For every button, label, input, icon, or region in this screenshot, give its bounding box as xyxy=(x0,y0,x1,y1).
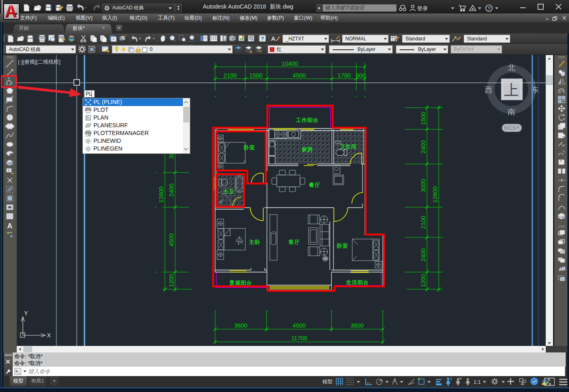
svg-text:南: 南 xyxy=(508,108,516,116)
svg-text:卧室: 卧室 xyxy=(337,243,348,249)
svg-text:A: A xyxy=(559,267,562,272)
svg-text:1500: 1500 xyxy=(420,112,427,125)
svg-text:北: 北 xyxy=(508,63,516,72)
svg-text:1:1: 1:1 xyxy=(473,379,481,385)
svg-text:3600: 3600 xyxy=(234,322,247,329)
svg-text:2400: 2400 xyxy=(168,184,175,197)
svg-text:4500: 4500 xyxy=(293,72,306,79)
svg-text:1200: 1200 xyxy=(420,274,427,287)
svg-text:登录: 登录 xyxy=(417,5,428,11)
svg-text:?: ? xyxy=(488,6,491,11)
svg-text:厨房: 厨房 xyxy=(301,146,313,153)
svg-text:模型: 模型 xyxy=(322,379,333,385)
svg-text:2100: 2100 xyxy=(224,72,237,79)
svg-text:2400: 2400 xyxy=(420,248,427,261)
svg-text:4500: 4500 xyxy=(168,233,175,246)
svg-text:餐厅: 餐厅 xyxy=(309,182,320,188)
svg-text:A: A xyxy=(7,222,13,230)
svg-text:12600: 12600 xyxy=(158,186,164,203)
svg-text:西: 西 xyxy=(485,86,493,94)
svg-text:12600: 12600 xyxy=(432,186,438,203)
svg-text:4500: 4500 xyxy=(293,322,306,329)
svg-text:A: A xyxy=(271,35,276,42)
svg-text:客厅: 客厅 xyxy=(288,239,300,245)
svg-text:生活阳台: 生活阳台 xyxy=(346,279,369,286)
svg-text:WCS: WCS xyxy=(504,125,516,131)
svg-text:主卫: 主卫 xyxy=(223,188,234,195)
svg-text:上: 上 xyxy=(504,82,519,98)
svg-text:1700: 1700 xyxy=(338,72,351,79)
svg-text:工作阳台: 工作阳台 xyxy=(296,117,319,123)
svg-text:景观阳台: 景观阳台 xyxy=(229,280,252,286)
svg-text:10400: 10400 xyxy=(282,60,298,67)
svg-text:1200: 1200 xyxy=(168,274,175,287)
svg-text:主卧: 主卧 xyxy=(249,239,260,245)
svg-text:卧室: 卧室 xyxy=(244,144,255,151)
svg-text:11700: 11700 xyxy=(291,335,307,341)
svg-text:Y: Y xyxy=(24,310,28,317)
svg-text:卫生间: 卫生间 xyxy=(339,144,357,150)
svg-text:3600: 3600 xyxy=(351,322,364,329)
svg-text:600: 600 xyxy=(356,72,366,79)
svg-text:[-][俯视][二维线框]: [-][俯视][二维线框] xyxy=(18,59,60,65)
svg-text:?: ? xyxy=(261,35,264,42)
svg-text:3000: 3000 xyxy=(420,179,427,192)
svg-text:X: X xyxy=(47,332,51,339)
svg-text:2400: 2400 xyxy=(420,140,427,153)
svg-text:2100: 2100 xyxy=(420,216,427,229)
svg-text:1500: 1500 xyxy=(249,72,262,79)
